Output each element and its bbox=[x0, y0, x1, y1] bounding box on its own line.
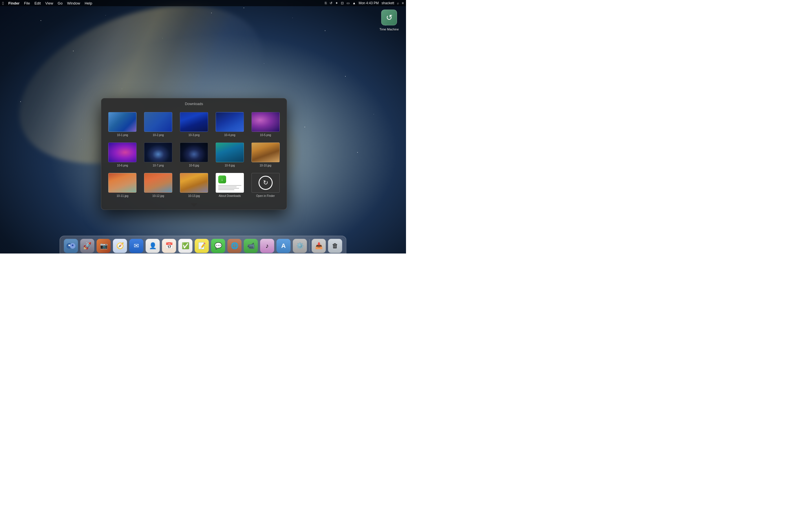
popup-item-5[interactable]: 10-5.png bbox=[249, 110, 282, 138]
time-machine-icon bbox=[381, 10, 397, 25]
label-about: About Downloads bbox=[219, 194, 241, 198]
popup-item-3[interactable]: 10-3.png bbox=[177, 110, 211, 138]
menubar-volume-icon[interactable]: ▲ bbox=[352, 1, 356, 5]
menu-window[interactable]: Window bbox=[67, 1, 80, 5]
menu-edit[interactable]: Edit bbox=[35, 1, 41, 5]
label-10-9: 10-9.jpg bbox=[225, 164, 235, 167]
dock-item-notes[interactable]: 📝 bbox=[194, 238, 209, 253]
dock-icon-facetime: 📹 bbox=[244, 239, 258, 253]
dock-item-inbox[interactable]: 📥 bbox=[311, 238, 326, 253]
app-name[interactable]: Finder bbox=[8, 1, 19, 5]
popup-item-about[interactable]: ↓ About Downloads bbox=[213, 171, 246, 200]
label-10-10: 10-10.jpg bbox=[260, 164, 271, 167]
menu-file[interactable]: File bbox=[24, 1, 30, 5]
popup-item-7[interactable]: 10-7.png bbox=[142, 141, 175, 169]
popup-item-10[interactable]: 10-10.jpg bbox=[249, 141, 282, 169]
thumb-10-7 bbox=[144, 143, 172, 162]
dock-item-itunes[interactable]: ♪ bbox=[260, 238, 275, 253]
thumb-10-12 bbox=[144, 173, 172, 193]
menubar-wifi-icon[interactable]: ⊡ bbox=[341, 1, 344, 5]
thumb-10-11 bbox=[108, 173, 137, 193]
dock-item-mail[interactable]: ✉ bbox=[129, 238, 144, 253]
dock-icon-reminders: ✅ bbox=[179, 239, 193, 253]
label-10-4: 10-4.png bbox=[224, 133, 235, 137]
thumb-10-1 bbox=[108, 112, 137, 132]
dock-icon-mail: ✉ bbox=[130, 239, 144, 253]
time-machine-desktop-icon[interactable]: Time Machine bbox=[378, 8, 400, 31]
dock-icon-finder bbox=[64, 239, 78, 253]
dock-item-appstore[interactable]: A bbox=[276, 238, 291, 253]
dock-item-facetime[interactable]: 📹 bbox=[243, 238, 259, 253]
svg-point-5 bbox=[72, 244, 73, 246]
thumb-10-3 bbox=[180, 112, 208, 132]
dock-icon-contacts: 👤 bbox=[146, 239, 160, 253]
label-10-8: 10-8.jpg bbox=[189, 164, 199, 167]
menubar-user[interactable]: shackett bbox=[382, 1, 394, 5]
dock-separator bbox=[309, 239, 310, 251]
thumb-10-6 bbox=[108, 143, 137, 162]
dock-item-contacts[interactable]: 👤 bbox=[145, 238, 160, 253]
label-open-finder: Open in Finder bbox=[256, 194, 275, 198]
popup-item-6[interactable]: 10-6.png bbox=[106, 141, 139, 169]
thumb-about: ↓ bbox=[216, 173, 244, 193]
dock-item-launchpad[interactable]: 🚀 bbox=[80, 238, 95, 253]
about-badge-icon: ↓ bbox=[218, 175, 226, 183]
popup-grid: 10-1.png 10-2.png 10-3.png 10-4.png 10-5… bbox=[101, 108, 287, 202]
menu-go[interactable]: Go bbox=[58, 1, 63, 5]
popup-item-1[interactable]: 10-1.png bbox=[106, 110, 139, 138]
dock-icon-safari: 🧭 bbox=[113, 239, 127, 253]
thumb-10-13 bbox=[180, 173, 208, 193]
label-10-11: 10-11.jpg bbox=[117, 194, 129, 198]
thumb-10-8 bbox=[180, 143, 208, 162]
popup-item-12[interactable]: 10-12.jpg bbox=[142, 171, 175, 200]
dock-icon-launchpad: 🚀 bbox=[80, 239, 94, 253]
dock-icon-vpn: 🌐 bbox=[227, 239, 242, 253]
dock-item-finder[interactable] bbox=[63, 238, 79, 253]
dock-icon-inbox: 📥 bbox=[312, 239, 326, 253]
thumb-open-finder: ↻ bbox=[252, 173, 280, 193]
svg-marker-0 bbox=[191, 203, 197, 207]
dock-icon-messages: 💬 bbox=[211, 239, 225, 253]
dock-icon-notes: 📝 bbox=[195, 239, 209, 253]
popup-item-open-finder[interactable]: ↻ Open in Finder bbox=[249, 171, 282, 200]
dock-item-sysprefs[interactable]: ⚙️ bbox=[292, 238, 308, 253]
open-in-finder-arrow-icon: ↻ bbox=[259, 176, 273, 190]
menubar-battery-icon[interactable]: ▭ bbox=[347, 1, 350, 5]
dock: 🚀 📷 🧭 ✉ 👤 📅 ✅ 📝 💬 🌐 📹 bbox=[60, 236, 347, 253]
menubar-search-icon[interactable]: ⌕ bbox=[397, 1, 399, 5]
dock-item-safari[interactable]: 🧭 bbox=[112, 238, 128, 253]
menu-help[interactable]: Help bbox=[85, 1, 92, 5]
menubar-bluetooth-icon[interactable]: ✦ bbox=[335, 1, 338, 5]
downloads-popup: Downloads 10-1.png 10-2.png 10-3.png 10-… bbox=[101, 98, 287, 210]
thumb-10-9 bbox=[216, 143, 244, 162]
menubar:  Finder File Edit View Go Window Help ⎘… bbox=[0, 0, 406, 6]
dock-icon-calendar: 📅 bbox=[162, 239, 176, 253]
label-10-12: 10-12.jpg bbox=[152, 194, 164, 198]
label-10-6: 10-6.png bbox=[117, 164, 128, 167]
popup-item-11[interactable]: 10-11.jpg bbox=[106, 171, 139, 200]
dock-icon-iphoto: 📷 bbox=[97, 239, 111, 253]
label-10-1: 10-1.png bbox=[117, 133, 128, 137]
popup-item-2[interactable]: 10-2.png bbox=[142, 110, 175, 138]
dock-item-iphoto[interactable]: 📷 bbox=[96, 238, 111, 253]
popup-item-9[interactable]: 10-9.jpg bbox=[213, 141, 246, 169]
dock-item-reminders[interactable]: ✅ bbox=[178, 238, 193, 253]
menubar-list-icon[interactable]: ≡ bbox=[402, 1, 404, 5]
dock-icon-appstore: A bbox=[276, 239, 291, 253]
apple-menu[interactable]:  bbox=[2, 1, 4, 6]
dock-item-trash[interactable]: 🗑 bbox=[327, 238, 343, 253]
popup-item-13[interactable]: 10-13.jpg bbox=[177, 171, 211, 200]
thumb-10-4 bbox=[216, 112, 244, 132]
menu-view[interactable]: View bbox=[45, 1, 53, 5]
menubar-airplay-icon[interactable]: ⎘ bbox=[325, 1, 327, 5]
dock-item-calendar[interactable]: 📅 bbox=[161, 238, 177, 253]
menubar-timemachine-icon[interactable]: ↺ bbox=[329, 1, 333, 5]
svg-point-4 bbox=[68, 244, 70, 246]
dock-item-messages[interactable]: 💬 bbox=[211, 238, 226, 253]
time-machine-label: Time Machine bbox=[378, 27, 400, 31]
dock-icon-sysprefs: ⚙️ bbox=[293, 239, 307, 253]
dock-item-vpn[interactable]: 🌐 bbox=[227, 238, 242, 253]
popup-item-4[interactable]: 10-4.png bbox=[213, 110, 246, 138]
label-10-5: 10-5.png bbox=[260, 133, 271, 137]
popup-item-8[interactable]: 10-8.jpg bbox=[177, 141, 211, 169]
